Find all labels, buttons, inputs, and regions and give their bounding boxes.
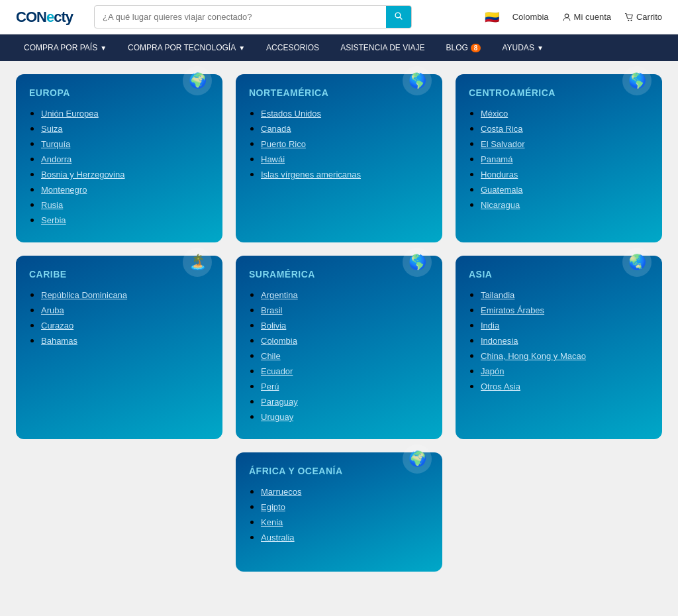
europa-title: Europa [29, 87, 209, 98]
list-item: Ecuador [261, 365, 429, 377]
list-item: Montenegro [41, 183, 209, 195]
search-button[interactable] [386, 6, 411, 28]
svg-point-3 [628, 19, 629, 21]
country-link-hawi[interactable]: Hawái [261, 154, 285, 164]
country-link-serbia[interactable]: Serbia [41, 215, 66, 225]
country-link-turqua[interactable]: Turquía [41, 139, 70, 149]
country-link-puerto-rico[interactable]: Puerto Rico [261, 139, 306, 149]
country-flag: 🇨🇴 [485, 10, 499, 25]
nav-compra-tecnologia[interactable]: COMPRA POR TECNOLOGÍA ▼ [120, 34, 253, 61]
country-link-marruecos[interactable]: Marruecos [261, 487, 301, 497]
country-link-unin-europea[interactable]: Unión Europea [41, 109, 99, 119]
list-item: Puerto Rico [261, 138, 429, 150]
list-item: Perú [261, 380, 429, 392]
region-card-caribe: 🏝️CARIBERepública DominicanaArubaCurazao… [16, 256, 222, 439]
country-link-estados-unidos[interactable]: Estados Unidos [261, 109, 321, 119]
nav-accesorios[interactable]: ACCESORIOS [258, 34, 327, 61]
country-label[interactable]: Colombia [512, 12, 549, 22]
list-item: Bolivia [261, 319, 429, 331]
country-link-kenia[interactable]: Kenia [261, 517, 283, 527]
list-item: Japón [481, 365, 649, 377]
nav-ayudas[interactable]: AYUDAS ▼ [494, 34, 551, 61]
country-link-australia[interactable]: Australia [261, 533, 295, 542]
region-card-suramerica: 🌎SURAMÉRICAArgentinaBrasilBoliviaColombi… [236, 256, 442, 439]
country-link-colombia[interactable]: Colombia [261, 336, 297, 346]
list-item: Aruba [41, 304, 209, 316]
list-item: Honduras [481, 168, 649, 180]
country-link-costa-rica[interactable]: Costa Rica [481, 124, 523, 134]
list-item: Nicaragua [481, 199, 649, 211]
nav-asistencia[interactable]: ASISTENCIA DE VIAJE [332, 34, 432, 61]
list-item: Otros Asia [481, 380, 649, 392]
country-link-honduras[interactable]: Honduras [481, 170, 518, 180]
norteamerica-title: NORTEAMÉRICA [249, 87, 429, 98]
list-item: China, Hong Kong y Macao [481, 350, 649, 362]
country-link-japn[interactable]: Japón [481, 366, 504, 376]
country-link-rusia[interactable]: Rusia [41, 200, 63, 210]
cart-link[interactable]: Carrito [624, 12, 662, 22]
country-link-el-salvador[interactable]: El Salvador [481, 139, 524, 149]
country-link-aruba[interactable]: Aruba [41, 305, 64, 315]
suramerica-country-list: ArgentinaBrasilBoliviaColombiaChileEcuad… [249, 289, 429, 423]
country-link-nicaragua[interactable]: Nicaragua [481, 200, 520, 210]
country-link-curazao[interactable]: Curazao [41, 321, 73, 331]
country-link-ecuador[interactable]: Ecuador [261, 366, 293, 376]
country-link-guatemala[interactable]: Guatemala [481, 185, 523, 195]
list-item: Serbia [41, 214, 209, 226]
suramerica-icon: 🌎 [403, 248, 432, 277]
country-link-paraguay[interactable]: Paraguay [261, 397, 298, 407]
list-item: Paraguay [261, 395, 429, 407]
suramerica-title: SURAMÉRICA [249, 269, 429, 280]
blog-badge: 8 [471, 44, 481, 52]
country-link-andorra[interactable]: Andorra [41, 154, 72, 164]
country-link-india[interactable]: India [481, 321, 499, 331]
region-card-centroamerica: 🌎CENTROAMÉRICAMéxicoCosta RicaEl Salvado… [456, 74, 662, 242]
country-link-egipto[interactable]: Egipto [261, 502, 285, 512]
country-link-suiza[interactable]: Suiza [41, 124, 63, 134]
country-link-uruguay[interactable]: Uruguay [261, 412, 293, 422]
country-link-mxico[interactable]: México [481, 109, 508, 119]
region-card-norteamerica: 🌎NORTEAMÉRICAEstados UnidosCanadáPuerto … [236, 74, 442, 242]
list-item: Islas vírgenes americanas [261, 168, 429, 180]
country-link-argentina[interactable]: Argentina [261, 290, 298, 300]
country-link-repblica-dominicana[interactable]: República Dominicana [41, 290, 127, 300]
list-item: India [481, 319, 649, 331]
centroamerica-title: CENTROAMÉRICA [469, 87, 649, 98]
country-link-montenegro[interactable]: Montenegro [41, 185, 87, 195]
country-link-panam[interactable]: Panamá [481, 154, 512, 164]
country-link-chile[interactable]: Chile [261, 351, 281, 361]
list-item: Emiratos Árabes [481, 304, 649, 316]
list-item: Egipto [261, 501, 429, 513]
country-link-otros-asia[interactable]: Otros Asia [481, 382, 520, 391]
country-link-bosnia-y-herzegovina[interactable]: Bosnia y Herzegovina [41, 170, 124, 180]
list-item: Indonesia [481, 334, 649, 346]
nav-blog[interactable]: BLOG 8 [438, 34, 489, 61]
country-link-per[interactable]: Perú [261, 382, 279, 391]
nav-compra-pais[interactable]: COMPRA POR PAÍS ▼ [16, 34, 115, 61]
country-link-brasil[interactable]: Brasil [261, 305, 283, 315]
list-item: República Dominicana [41, 289, 209, 301]
list-item: Estados Unidos [261, 107, 429, 119]
norteamerica-icon: 🌎 [403, 66, 432, 95]
search-input[interactable] [95, 7, 386, 26]
country-link-bahamas[interactable]: Bahamas [41, 336, 77, 346]
svg-point-4 [630, 19, 632, 21]
svg-point-2 [565, 14, 569, 18]
country-link-bolivia[interactable]: Bolivia [261, 321, 286, 331]
list-item: Australia [261, 531, 429, 543]
europa-icon: 🌍 [183, 66, 212, 95]
country-link-indonesia[interactable]: Indonesia [481, 336, 518, 346]
main-content: 🌍EuropaUnión EuropeaSuizaTurquíaAndorraB… [0, 61, 678, 591]
centroamerica-country-list: MéxicoCosta RicaEl SalvadorPanamáHondura… [469, 107, 649, 211]
logo: CONecty [16, 9, 73, 26]
country-link-islas-vrgenes-americanas[interactable]: Islas vírgenes americanas [261, 170, 361, 180]
country-link-china-hong-kong-y-macao[interactable]: China, Hong Kong y Macao [481, 351, 586, 361]
country-link-tailandia[interactable]: Tailandia [481, 290, 514, 300]
asia-country-list: TailandiaEmiratos ÁrabesIndiaIndonesiaCh… [469, 289, 649, 392]
header-right: 🇨🇴 Colombia Mi cuenta Carrito [485, 10, 662, 25]
account-link[interactable]: Mi cuenta [562, 12, 611, 22]
country-link-emiratos-rabes[interactable]: Emiratos Árabes [481, 305, 544, 315]
europa-country-list: Unión EuropeaSuizaTurquíaAndorraBosnia y… [29, 107, 209, 226]
country-link-canad[interactable]: Canadá [261, 124, 291, 134]
africa-title: ÁFRICA Y OCEANÍA [249, 466, 429, 476]
